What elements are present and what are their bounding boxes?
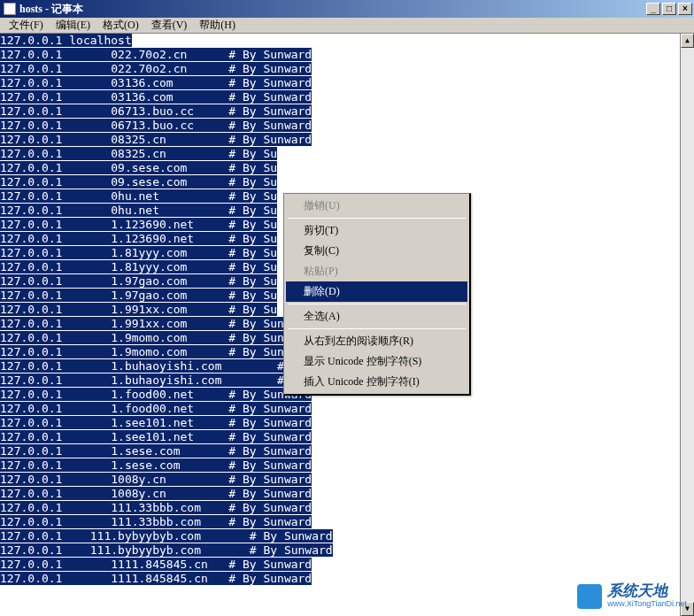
menu-format[interactable]: 格式(O): [97, 17, 144, 34]
window-control-buttons: _ □ ×: [646, 3, 694, 15]
minimize-button[interactable]: _: [646, 3, 660, 15]
ctx-copy[interactable]: 复制(C): [286, 241, 467, 261]
text-line[interactable]: 127.0.0.1 111.33bbb.com # By Sunward: [0, 515, 694, 529]
menu-edit[interactable]: 编辑(E): [50, 17, 96, 34]
menu-file[interactable]: 文件(F): [4, 17, 49, 34]
maximize-button[interactable]: □: [662, 3, 676, 15]
text-line[interactable]: 127.0.0.1 1.food00.net # By Sunward: [0, 402, 694, 416]
ctx-delete[interactable]: 删除(D): [286, 281, 467, 302]
titlebar: hosts - 记事本 _ □ ×: [0, 0, 694, 18]
menubar: 文件(F) 编辑(E) 格式(O) 查看(V) 帮助(H): [0, 18, 694, 34]
watermark-title: 系统天地: [607, 583, 687, 600]
ctx-undo[interactable]: 撤销(U): [286, 196, 467, 216]
text-line[interactable]: 127.0.0.1 09.sese.com # By Su: [0, 175, 694, 189]
ctx-insert-unicode[interactable]: 插入 Unicode 控制字符(I): [286, 372, 467, 392]
text-line[interactable]: 127.0.0.1 06713.buo.cc # By Sunward: [0, 119, 694, 133]
text-line[interactable]: 127.0.0.1 06713.buo.cc # By Sunward: [0, 104, 694, 119]
text-line[interactable]: 127.0.0.1 1.sese.com # By Sunward: [0, 444, 694, 458]
text-line[interactable]: 127.0.0.1 1008y.cn # By Sunward: [0, 473, 694, 487]
text-line[interactable]: 127.0.0.1 1.see101.net # By Sunward: [0, 416, 694, 430]
ctx-select-all[interactable]: 全选(A): [286, 306, 467, 327]
ctx-paste[interactable]: 粘贴(P): [286, 261, 467, 281]
app-icon: [4, 3, 16, 15]
text-line[interactable]: 127.0.0.1 08325.cn # By Sunward: [0, 133, 694, 147]
menu-help[interactable]: 帮助(H): [194, 17, 241, 34]
scroll-up-button[interactable]: ▲: [681, 34, 694, 48]
ctx-separator: [288, 304, 466, 304]
ctx-separator: [288, 328, 466, 329]
text-line[interactable]: 127.0.0.1 1.see101.net # By Sunward: [0, 430, 694, 444]
window-title: hosts - 记事本: [19, 2, 83, 17]
text-line[interactable]: 127.0.0.1 localhost: [0, 34, 694, 48]
text-line[interactable]: 127.0.0.1 09.sese.com # By Su: [0, 161, 694, 175]
vertical-scrollbar[interactable]: ▲ ▼: [680, 34, 694, 616]
watermark: 系统天地 www.XiTongTianDi.net: [577, 583, 687, 609]
scroll-track[interactable]: [681, 48, 694, 602]
text-line[interactable]: 127.0.0.1 111.33bbb.com # By Sunward: [0, 501, 694, 515]
content-area: 127.0.0.1 localhost127.0.0.1 022.70o2.cn…: [0, 34, 694, 616]
text-line[interactable]: 127.0.0.1 03136.com # By Sunward: [0, 76, 694, 90]
ctx-separator: [288, 218, 466, 219]
text-line[interactable]: 127.0.0.1 08325.cn # By Su: [0, 147, 694, 161]
close-button[interactable]: ×: [678, 3, 692, 15]
text-line[interactable]: 127.0.0.1 022.70o2.cn # By Sunward: [0, 48, 694, 62]
text-line[interactable]: 127.0.0.1 1.sese.com # By Sunward: [0, 458, 694, 473]
menu-view[interactable]: 查看(V): [146, 17, 193, 34]
ctx-cut[interactable]: 剪切(T): [286, 220, 467, 241]
text-line[interactable]: 127.0.0.1 1008y.cn # By Sunward: [0, 487, 694, 501]
text-line[interactable]: 127.0.0.1 111.bybyybyb.com # By Sunward: [0, 543, 694, 558]
text-line[interactable]: 127.0.0.1 022.70o2.cn # By Sunward: [0, 62, 694, 76]
watermark-url: www.XiTongTianDi.net: [607, 600, 687, 609]
watermark-logo-icon: [577, 584, 602, 609]
ctx-rtl-reading[interactable]: 从右到左的阅读顺序(R): [286, 331, 467, 351]
text-line[interactable]: 127.0.0.1 03136.com # By Sunward: [0, 90, 694, 104]
text-line[interactable]: 127.0.0.1 111.bybyybyb.com # By Sunward: [0, 529, 694, 543]
ctx-show-unicode[interactable]: 显示 Unicode 控制字符(S): [286, 351, 467, 372]
text-line[interactable]: 127.0.0.1 1111.845845.cn # By Sunward: [0, 558, 694, 572]
context-menu: 撤销(U) 剪切(T) 复制(C) 粘贴(P) 删除(D) 全选(A) 从右到左…: [283, 193, 471, 396]
